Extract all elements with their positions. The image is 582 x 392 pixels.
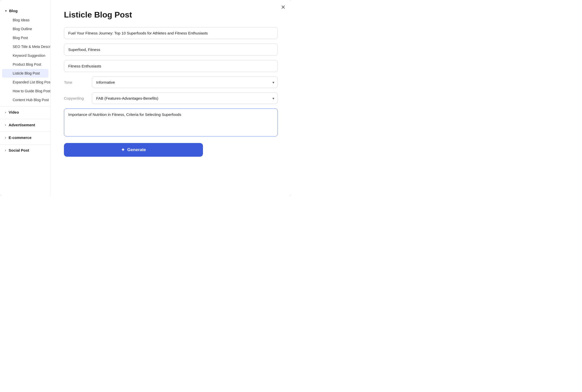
divider-3 xyxy=(0,132,50,132)
sidebar-item-listicle-blog-post[interactable]: Listicle Blog Post xyxy=(2,69,48,78)
modal-container: ✕ ▾ Blog Blog Ideas Blog Outline Blog Po… xyxy=(0,0,291,196)
sidebar: ▾ Blog Blog Ideas Blog Outline Blog Post… xyxy=(0,0,51,196)
sidebar-section-blog: ▾ Blog Blog Ideas Blog Outline Blog Post… xyxy=(0,6,50,104)
sidebar-section-social-post-header[interactable]: › Social Post xyxy=(0,146,50,155)
sparkle-icon: ✦ xyxy=(121,147,125,153)
keywords-input[interactable] xyxy=(64,44,278,56)
sidebar-blog-label: Blog xyxy=(9,9,18,13)
sidebar-section-blog-header[interactable]: ▾ Blog xyxy=(0,6,50,15)
sidebar-item-product-blog-post[interactable]: Product Blog Post xyxy=(2,60,48,69)
divider-2 xyxy=(0,119,50,119)
close-button[interactable]: ✕ xyxy=(281,5,285,10)
sections-field-group: Importance of Nutrition in Fitness, Crit… xyxy=(64,109,278,137)
sidebar-item-how-to-guide-blog-post[interactable]: How to Guide Blog Post xyxy=(2,87,48,95)
page-title: Listicle Blog Post xyxy=(64,10,278,20)
sidebar-section-video: › Video xyxy=(0,108,50,117)
tone-label: Tone xyxy=(64,80,87,84)
sidebar-section-advertisement: › Advertisement xyxy=(0,120,50,130)
tone-select-wrapper: Informative Casual Professional Humorous… xyxy=(92,77,278,88)
sidebar-social-post-label: Social Post xyxy=(9,148,29,152)
title-field-group xyxy=(64,27,278,39)
social-post-chevron-right-icon: › xyxy=(5,149,6,152)
generate-label: Generate xyxy=(127,147,146,152)
divider-4 xyxy=(0,144,50,145)
sections-textarea[interactable]: Importance of Nutrition in Fitness, Crit… xyxy=(64,109,278,136)
sidebar-item-blog-outline[interactable]: Blog Outline xyxy=(2,25,48,33)
ecommerce-chevron-right-icon: › xyxy=(5,136,6,139)
divider-1 xyxy=(0,106,50,106)
video-chevron-right-icon: › xyxy=(5,111,6,114)
sidebar-item-blog-post[interactable]: Blog Post xyxy=(2,33,48,42)
sidebar-section-video-header[interactable]: › Video xyxy=(0,108,50,117)
keywords-field-group xyxy=(64,44,278,56)
blog-chevron-down-icon: ▾ xyxy=(5,9,7,13)
advertisement-chevron-right-icon: › xyxy=(5,123,6,127)
main-content: Listicle Blog Post Tone Informative Casu… xyxy=(51,0,291,196)
sidebar-section-ecommerce-header[interactable]: › E-commerce xyxy=(0,133,50,142)
sidebar-item-keyword-suggestion[interactable]: Keyword Suggestion xyxy=(2,51,48,60)
generate-button[interactable]: ✦ Generate xyxy=(64,143,203,157)
sidebar-item-expanded-list-blog-post[interactable]: Expanded List Blog Post xyxy=(2,78,48,86)
sidebar-section-ecommerce: › E-commerce xyxy=(0,133,50,142)
copywriting-row: Copywriting FAB (Features-Advantages-Ben… xyxy=(64,93,278,104)
tone-select[interactable]: Informative Casual Professional Humorous… xyxy=(92,77,278,88)
sidebar-item-blog-ideas[interactable]: Blog Ideas xyxy=(2,16,48,24)
copywriting-select[interactable]: FAB (Features-Advantages-Benefits) AIDA … xyxy=(92,93,278,104)
sidebar-section-social-post: › Social Post xyxy=(0,146,50,155)
sidebar-ecommerce-label: E-commerce xyxy=(9,135,31,140)
sidebar-item-content-hub-blog-post[interactable]: Content Hub Blog Post xyxy=(2,96,48,104)
audience-input[interactable] xyxy=(64,60,278,72)
tone-row: Tone Informative Casual Professional Hum… xyxy=(64,77,278,88)
copywriting-select-wrapper: FAB (Features-Advantages-Benefits) AIDA … xyxy=(92,93,278,104)
sidebar-video-label: Video xyxy=(9,110,19,114)
sidebar-advertisement-label: Advertisement xyxy=(9,123,35,127)
sidebar-blog-items: Blog Ideas Blog Outline Blog Post SEO Ti… xyxy=(0,16,50,104)
copywriting-label: Copywriting xyxy=(64,96,87,100)
title-input[interactable] xyxy=(64,27,278,39)
audience-field-group xyxy=(64,60,278,72)
sidebar-section-advertisement-header[interactable]: › Advertisement xyxy=(0,120,50,130)
sidebar-item-seo-title[interactable]: SEO Title & Meta Description xyxy=(2,42,48,51)
